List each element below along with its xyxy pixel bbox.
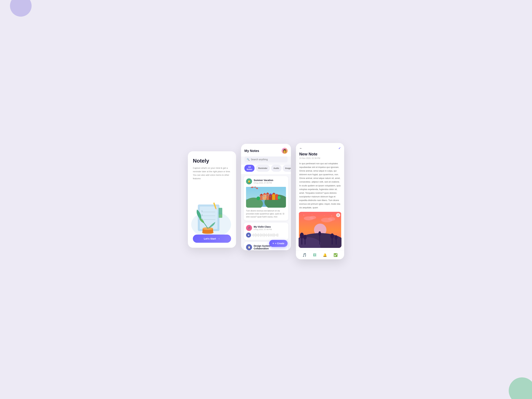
- svg-text:1: 1: [202, 210, 203, 212]
- svg-point-39: [255, 186, 256, 187]
- play-icon: ▶: [248, 234, 250, 236]
- note-image-sunset: ✕: [298, 212, 342, 248]
- notes-list: 🔔 Summer Vacation 6 Aug 2020, 07:49 PM: [241, 174, 291, 250]
- music-toolbar-icon[interactable]: 🎵: [302, 253, 307, 257]
- svg-point-45: [328, 217, 335, 221]
- svg-point-36: [257, 196, 260, 200]
- svg-point-37: [278, 196, 280, 199]
- svg-point-57: [335, 235, 338, 240]
- svg-point-38: [251, 187, 253, 188]
- waveform-bar: [278, 234, 278, 237]
- screen-onboarding: Notely Capture what's on your mind & get…: [188, 151, 236, 248]
- svg-point-59: [318, 231, 321, 236]
- svg-rect-34: [267, 195, 268, 196]
- waveform-bar: [261, 234, 262, 236]
- create-button[interactable]: + + Create: [269, 240, 288, 247]
- svg-point-60: [304, 215, 304, 215]
- waveform-bar: [277, 234, 278, 237]
- bell-toolbar-icon[interactable]: 🔔: [323, 253, 327, 257]
- waveform-bar: [273, 234, 273, 236]
- svg-point-51: [300, 233, 304, 238]
- svg-rect-33: [264, 196, 264, 196]
- waveform-bar: [274, 233, 274, 237]
- waveform-bar: [265, 234, 266, 236]
- screen-new-note: ← ✓ New Note 24 Nov 2020, 02:38 PM In qu…: [296, 143, 344, 259]
- screen-notes: My Notes 👩 🔍 All Notes Reminder Audio Im…: [241, 144, 291, 250]
- new-note-title: New Note: [296, 152, 344, 157]
- waveform-bar: [257, 234, 258, 236]
- svg-text:2: 2: [202, 214, 203, 216]
- app-title: Notely: [193, 158, 231, 164]
- svg-rect-58: [319, 235, 320, 245]
- check-circle-toolbar-icon[interactable]: ✅: [334, 253, 338, 257]
- note-meta-violin: My Violin Class 6 Aug 2020, 07:49 PM: [254, 225, 272, 230]
- save-check-button[interactable]: ✓: [338, 146, 341, 150]
- screens-container: Notely Capture what's on your mind & get…: [181, 133, 351, 266]
- waveform-bar: [270, 234, 271, 237]
- start-button[interactable]: Let's Start →: [193, 234, 231, 243]
- note-card-violin[interactable]: 🎵 My Violin Class 6 Aug 2020, 07:49 PM ▶: [244, 223, 288, 240]
- waveform-bar: [259, 234, 259, 237]
- waveform-bar: [254, 234, 255, 236]
- svg-point-55: [330, 234, 334, 239]
- note-date-violin: 6 Aug 2020, 07:49 PM: [254, 228, 272, 230]
- waveform-bar: [252, 234, 253, 236]
- filter-tabs: All Notes Reminder Audio Images: [241, 165, 291, 174]
- new-note-body[interactable]: In quo pertineant non quo aut voluptates…: [296, 162, 344, 212]
- svg-point-61: [312, 214, 312, 215]
- plant-illustration: 1 2 3: [188, 188, 236, 238]
- waveform-bar: [260, 234, 260, 236]
- waveform-bar: [263, 234, 263, 236]
- tab-reminder[interactable]: Reminder: [256, 165, 270, 172]
- tab-all-notes[interactable]: All Notes: [244, 165, 254, 172]
- waveform-bar: [262, 234, 262, 237]
- notes-screen-wrapper: My Notes 👩 🔍 All Notes Reminder Audio Im…: [241, 149, 291, 250]
- tab-audio[interactable]: Audio: [271, 165, 281, 172]
- waveform-bar: [256, 234, 257, 236]
- gallery-toolbar-icon[interactable]: 🖼: [313, 253, 316, 257]
- waveform-bar: [260, 233, 261, 237]
- waveform-bar: [264, 233, 264, 237]
- waveform-bar: [258, 234, 258, 237]
- note-icon-music: 🎵: [246, 225, 252, 231]
- notes-title: My Notes: [244, 149, 259, 153]
- note-icon-bell: 🔔: [246, 178, 252, 184]
- new-note-date: 24 Nov 2020, 02:38 PM: [296, 157, 344, 162]
- svg-point-62: [331, 216, 332, 216]
- waveform-bar: [269, 233, 269, 237]
- tab-images[interactable]: Images: [283, 165, 291, 172]
- waveform-bar: [267, 234, 267, 236]
- bell-icon: 🔔: [248, 180, 251, 183]
- waveform-bar: [270, 234, 270, 236]
- waveform-bar: [271, 234, 272, 236]
- search-input[interactable]: [251, 158, 285, 161]
- play-button[interactable]: ▶: [246, 233, 251, 238]
- note-title-summer: Summer Vacation: [254, 179, 273, 182]
- search-bar[interactable]: 🔍: [244, 156, 288, 162]
- svg-rect-20: [260, 195, 263, 200]
- note-card-header: 🔔 Summer Vacation 6 Aug 2020, 07:49 PM: [246, 178, 286, 184]
- svg-rect-32: [260, 196, 261, 197]
- plus-icon: +: [272, 242, 274, 245]
- svg-rect-22: [266, 194, 269, 200]
- svg-point-53: [303, 235, 307, 240]
- avatar-emoji: 👩: [283, 149, 286, 153]
- waveform-bars: [252, 233, 286, 237]
- decorative-circle-bottom: [509, 377, 532, 399]
- svg-rect-10: [219, 215, 222, 218]
- waveform-bar: [255, 233, 256, 237]
- note-card-summer-vacation[interactable]: 🔔 Summer Vacation 6 Aug 2020, 07:49 PM: [244, 176, 288, 221]
- note-card-header-violin: 🎵 My Violin Class 6 Aug 2020, 07:49 PM: [246, 225, 286, 231]
- svg-point-43: [310, 216, 316, 219]
- new-note-header: ← ✓: [296, 143, 344, 152]
- waveform-bar: [266, 234, 267, 237]
- svg-point-40: [256, 188, 258, 189]
- user-avatar[interactable]: 👩: [282, 148, 288, 154]
- back-button[interactable]: ←: [299, 146, 303, 150]
- svg-rect-23: [269, 195, 272, 200]
- onboarding-illustration: 1 2 3: [188, 188, 236, 238]
- svg-rect-24: [272, 194, 275, 200]
- start-arrow-icon: →: [218, 237, 220, 240]
- svg-rect-35: [270, 196, 271, 197]
- notes-header: My Notes 👩: [241, 144, 291, 156]
